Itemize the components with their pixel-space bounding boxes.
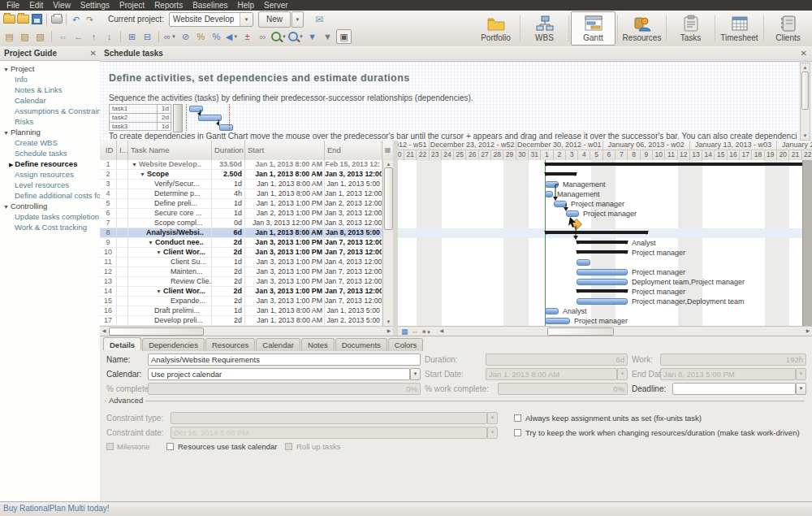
view-button-tasks[interactable]: Tasks xyxy=(668,11,713,46)
scroll-down-icon[interactable]: ▼ xyxy=(801,132,810,140)
undo-icon[interactable]: ↶ xyxy=(69,13,83,26)
view-button-clients[interactable]: Clients xyxy=(766,11,810,46)
filter-settings-icon[interactable]: ▼ xyxy=(321,30,335,43)
column-header-i[interactable]: I... xyxy=(117,141,128,160)
collapse-all-icon[interactable]: ⊟ xyxy=(140,30,154,43)
insert-subtask-icon[interactable]: ▧ xyxy=(18,30,32,43)
menu-reports[interactable]: Reports xyxy=(149,0,188,11)
dependencies-icon[interactable]: ∞ xyxy=(256,30,270,43)
sidebar-item-calendar[interactable]: Calendar xyxy=(0,95,100,106)
gantt-task-bar[interactable] xyxy=(554,201,567,207)
chevron-down-icon[interactable]: ▼ xyxy=(240,13,253,26)
scrollbar-thumb[interactable] xyxy=(801,72,809,110)
scrollbar-thumb[interactable] xyxy=(547,327,614,336)
tab-documents[interactable]: Documents xyxy=(335,338,387,351)
toggle-guide-icon[interactable]: ▣ xyxy=(336,29,352,44)
table-row[interactable]: 9▼Conduct nee..2dJan 3, 2013 1:00 PMJan … xyxy=(100,238,382,248)
unlink-tasks-icon[interactable]: ⊘ xyxy=(179,30,192,43)
gantt-task-bar[interactable] xyxy=(545,181,559,188)
scroll-right-icon[interactable]: ▶ xyxy=(804,327,812,336)
column-header-task-name[interactable]: Task Name xyxy=(128,141,212,160)
table-row[interactable]: 14▼Client Wor...2dJan 3, 2013 1:00 PMJan… xyxy=(100,287,382,297)
expand-caret-icon[interactable]: ▼ xyxy=(148,240,153,245)
sidebar-item-risks[interactable]: Risks xyxy=(0,116,100,127)
sidebar-item-notes-links[interactable]: Notes & Links xyxy=(0,85,100,95)
indent-task-icon[interactable]: ⇔ xyxy=(56,30,70,43)
table-row[interactable]: 4Determine p...4hJan 1, 2013 8:00 AMJan … xyxy=(100,189,382,199)
fix-units-checkbox[interactable] xyxy=(514,414,521,422)
help-scrollbar[interactable]: ▲ ▼ xyxy=(800,63,810,141)
outdent-task-icon[interactable]: ← xyxy=(71,30,85,43)
zoom-in-icon[interactable]: ▼ xyxy=(271,30,287,43)
sidebar-item-assign-resources[interactable]: Assign resources xyxy=(0,169,100,180)
sidebar-item-define-additional-costs-for[interactable]: Define additional costs for xyxy=(0,190,100,201)
tab-colors[interactable]: Colors xyxy=(388,338,423,351)
view-button-wbs[interactable]: WBS xyxy=(522,11,567,46)
expand-caret-icon[interactable]: ▼ xyxy=(140,171,145,177)
save-icon[interactable] xyxy=(30,13,44,26)
menu-edit[interactable]: Edit xyxy=(24,0,48,11)
tab-dependencies[interactable]: Dependencies xyxy=(142,338,205,351)
chevron-down-icon[interactable]: ▼ xyxy=(796,383,806,395)
table-row[interactable]: 11Client Su...1dJan 3, 2013 1:00 PMJan 4… xyxy=(100,258,382,267)
column-chooser-icon[interactable]: ▦ xyxy=(382,141,393,161)
menu-view[interactable]: View xyxy=(48,0,76,11)
table-row[interactable]: 8Analysis/Websi..6dJan 1, 2013 8:00 AMJa… xyxy=(100,228,382,238)
update-completion-icon[interactable]: % xyxy=(194,30,208,43)
menu-help[interactable]: Help xyxy=(233,0,260,11)
scroll-left-icon[interactable]: ◀ xyxy=(100,327,108,336)
menu-project[interactable]: Project xyxy=(114,0,149,11)
gantt-task-bar[interactable] xyxy=(545,308,559,314)
redo-icon[interactable]: ↷ xyxy=(83,13,97,26)
gantt-task-bar[interactable] xyxy=(545,191,553,197)
sidebar-item-define-resources[interactable]: ▶ Define resources xyxy=(0,158,100,169)
scroll-up-icon[interactable]: ▲ xyxy=(801,63,810,72)
link-tasks-icon[interactable]: ∞▼ xyxy=(163,30,177,43)
work-driven-checkbox[interactable] xyxy=(514,429,521,436)
column-header-duration[interactable]: Duration xyxy=(212,141,245,160)
sidebar-item-assumptions-constraints[interactable]: Assumptions & Constraints xyxy=(0,106,100,116)
level-resources-icon[interactable]: ◀▼ xyxy=(225,30,239,43)
table-row[interactable]: 1▼Website Develop..33.50dJan 1, 2013 8:0… xyxy=(100,160,382,170)
print-icon[interactable] xyxy=(50,13,63,26)
tree-section-controlling[interactable]: ▼ Controlling xyxy=(0,201,100,211)
table-row[interactable]: 13Review Clie...2dJan 3, 2013 1:00 PMJan… xyxy=(100,277,382,287)
table-row[interactable]: 6Secure core ...1dJan 2, 2013 1:00 PMJan… xyxy=(100,209,382,219)
new-project-icon[interactable] xyxy=(2,13,16,26)
gantt-task-bar[interactable] xyxy=(566,210,579,217)
view-button-gantt[interactable]: Gantt xyxy=(571,11,615,46)
move-up-icon[interactable]: ↑ xyxy=(87,30,101,43)
scroll-right-icon[interactable]: ▶ xyxy=(385,327,393,336)
assign-resources-icon[interactable]: % xyxy=(209,30,223,43)
current-project-select[interactable]: Website Develop ▼ xyxy=(169,12,253,27)
view-button-portfolio[interactable]: Portfolio xyxy=(473,11,518,46)
scrollbar-thumb[interactable] xyxy=(109,327,204,336)
name-field[interactable]: Analysis/Website Requirements xyxy=(148,353,421,366)
close-icon[interactable]: ✕ xyxy=(801,46,807,61)
tab-calendar[interactable]: Calendar xyxy=(256,338,300,351)
gantt-summary-bar[interactable] xyxy=(545,231,648,234)
scrollbar-thumb[interactable] xyxy=(384,167,393,230)
gantt-task-bar[interactable] xyxy=(545,318,570,324)
resources-use-task-calendar-checkbox[interactable] xyxy=(166,443,174,450)
view-button-resources[interactable]: Resources xyxy=(620,11,664,46)
sidebar-item-schedule-tasks[interactable]: Schedule tasks xyxy=(0,148,100,158)
table-row[interactable]: 16Draft prelimi...1dJan 1, 2013 8:00 AMJ… xyxy=(100,306,382,316)
expand-caret-icon[interactable]: ▼ xyxy=(132,162,137,167)
buy-link[interactable]: Buy RationalPlan Multi today! xyxy=(0,504,110,513)
table-row[interactable]: 12Mainten...2dJan 3, 2013 1:00 PMJan 7, … xyxy=(100,267,382,277)
gantt-task-bar[interactable] xyxy=(577,259,590,266)
gantt-summary-bar[interactable] xyxy=(545,172,577,176)
sidebar-item-info[interactable]: Info xyxy=(0,74,100,85)
close-icon[interactable]: ✕ xyxy=(90,46,97,60)
gantt-task-bar[interactable] xyxy=(577,298,628,305)
task-table-vscrollbar[interactable]: ▲ ▼ xyxy=(382,160,394,326)
column-header-end[interactable]: End xyxy=(325,141,382,160)
open-project-icon[interactable] xyxy=(16,13,30,26)
gantt-task-bar[interactable] xyxy=(577,279,628,285)
gantt-summary-bar[interactable] xyxy=(577,289,628,293)
menu-file[interactable]: File xyxy=(2,0,24,11)
move-down-icon[interactable]: ↓ xyxy=(102,30,116,43)
gantt-vscrollbar[interactable] xyxy=(802,160,812,326)
tree-section-project[interactable]: ▼ Project xyxy=(0,63,100,74)
